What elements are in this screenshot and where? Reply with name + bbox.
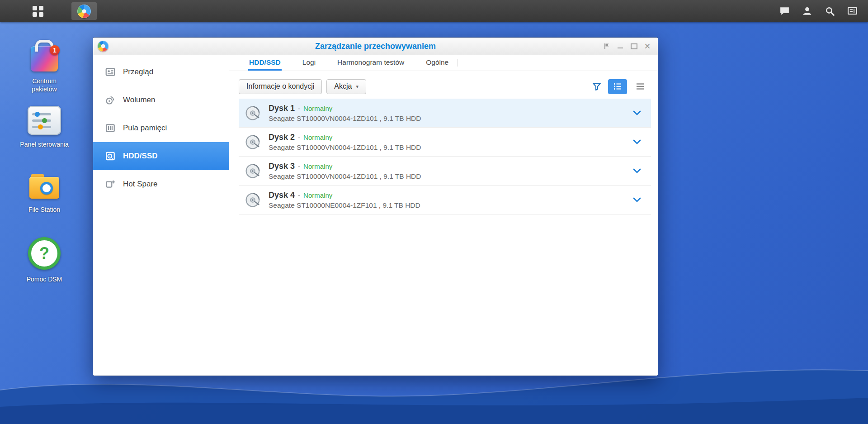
disk-list: Dysk 1 - Normalny Seagate ST10000VN0004-…	[239, 99, 651, 214]
desktop: 1 Centrum pakietów Panel sterowania File…	[0, 0, 868, 424]
desktop-icon-label: File Station	[28, 205, 60, 214]
disk-status: Normalny	[303, 191, 332, 199]
main-menu-button[interactable]	[25, 0, 51, 22]
tab-label: Harmonogram testów	[337, 58, 404, 67]
disk-status: Normalny	[303, 105, 332, 112]
chevron-down-icon[interactable]	[633, 197, 641, 203]
desktop-icon-package-center[interactable]: 1 Centrum pakietów	[10, 39, 78, 93]
disk-details: Seagate ST10000VN0004-1ZD101 , 9.1 TB HD…	[269, 172, 421, 181]
compact-list-icon	[635, 81, 645, 91]
disk-icon	[243, 132, 263, 152]
disk-details: Seagate ST10000NE0004-1ZF101 , 9.1 TB HD…	[269, 201, 420, 210]
tab-label: HDD/SSD	[249, 58, 281, 67]
hdd-icon	[105, 151, 116, 162]
taskbar-right	[773, 0, 868, 22]
disk-icon	[243, 190, 263, 210]
volume-icon	[105, 95, 116, 105]
desktop-icon-control-panel[interactable]: Panel sterowania	[10, 106, 78, 148]
desktop-icon-label: Pomoc DSM	[27, 275, 62, 283]
control-panel-icon	[28, 106, 61, 135]
filter-button[interactable]	[589, 79, 604, 94]
storage-manager-icon	[98, 41, 108, 52]
pin-icon[interactable]	[601, 40, 613, 52]
disk-status-separator: -	[298, 162, 300, 170]
disk-row-1[interactable]: Dysk 1 - Normalny Seagate ST10000VN0004-…	[239, 99, 651, 128]
disk-row-2[interactable]: Dysk 2 - Normalny Seagate ST10000VN0004-…	[239, 128, 651, 157]
overview-icon	[105, 67, 116, 77]
user-menu-button[interactable]	[796, 0, 818, 22]
disk-status: Normalny	[303, 133, 332, 141]
tab-bar: HDD/SSD Logi Harmonogram testów Ogólne	[229, 55, 658, 71]
disk-status-separator: -	[298, 105, 300, 112]
widgets-icon	[847, 5, 858, 17]
chevron-down-icon[interactable]	[633, 168, 641, 174]
window-title: Zarządzanie przechowywaniem	[93, 42, 658, 51]
tab-logi[interactable]: Logi	[302, 55, 316, 71]
disk-name: Dysk 3	[269, 162, 295, 171]
sidebar-item-hdd-ssd[interactable]: HDD/SSD	[93, 142, 229, 170]
health-info-button[interactable]: Informacje o kondycji	[239, 79, 322, 94]
search-button[interactable]	[818, 0, 841, 22]
sidebar-item-label: Hot Spare	[123, 180, 158, 189]
notifications-button[interactable]	[773, 0, 796, 22]
magnifier-lens-icon	[40, 182, 53, 195]
action-dropdown-button[interactable]: Akcja ▾	[326, 79, 366, 94]
sidebar-item-label: HDD/SSD	[123, 152, 158, 161]
minimize-button[interactable]	[614, 40, 626, 52]
minimize-icon	[618, 48, 623, 48]
filter-icon	[592, 81, 602, 91]
storage-manager-window: Zarządzanie przechowywaniem ×	[93, 38, 658, 376]
package-center-icon: 1	[28, 39, 61, 71]
window-content: HDD/SSD Logi Harmonogram testów Ogólne I…	[229, 55, 658, 376]
maximize-button[interactable]	[628, 40, 640, 52]
disk-name: Dysk 2	[269, 133, 295, 142]
tab-separator	[458, 59, 458, 67]
window-sidebar: Przegląd Wolumen	[93, 55, 229, 376]
tab-hdd-ssd[interactable]: HDD/SSD	[248, 55, 282, 71]
caret-down-icon: ▾	[356, 84, 359, 90]
tab-harmonogram-testow[interactable]: Harmonogram testów	[336, 55, 405, 71]
sidebar-item-przeglad[interactable]: Przegląd	[93, 58, 229, 86]
disk-details: Seagate ST10000VN0004-1ZD101 , 9.1 TB HD…	[269, 143, 421, 152]
hot-spare-icon	[105, 179, 116, 190]
sidebar-item-wolumen[interactable]: Wolumen	[93, 86, 229, 114]
storage-manager-icon	[77, 5, 91, 18]
disk-status-separator: -	[298, 191, 300, 199]
sidebar-item-pula-pamieci[interactable]: Pula pamięci	[93, 114, 229, 142]
main-menu-icon	[33, 6, 43, 17]
question-mark-glyph: ?	[39, 245, 49, 262]
sidebar-item-label: Przegląd	[123, 67, 153, 76]
window-titlebar[interactable]: Zarządzanie przechowywaniem ×	[93, 38, 658, 55]
toolbar: Informacje o kondycji Akcja ▾	[229, 71, 658, 94]
compact-view-button[interactable]	[631, 79, 650, 94]
sidebar-item-hot-spare[interactable]: Hot Spare	[93, 170, 229, 198]
disk-row-4[interactable]: Dysk 4 - Normalny Seagate ST10000NE0004-…	[239, 186, 651, 214]
sidebar-item-label: Pula pamięci	[123, 124, 167, 133]
desktop-icon-dsm-help[interactable]: ? Pomoc DSM	[10, 237, 78, 283]
close-button[interactable]: ×	[642, 40, 653, 52]
maximize-icon	[631, 43, 637, 49]
disk-status-separator: -	[298, 133, 300, 141]
search-icon	[824, 5, 835, 17]
notification-badge: 1	[50, 45, 60, 55]
tab-ogolne[interactable]: Ogólne	[425, 55, 449, 71]
dsm-help-icon: ?	[28, 237, 61, 270]
taskbar-app-storage-manager[interactable]	[71, 2, 97, 20]
desktop-icon-label: Panel sterowania	[20, 140, 68, 148]
tab-label: Ogólne	[426, 58, 448, 67]
detail-list-icon	[613, 81, 623, 91]
action-label: Akcja	[334, 82, 352, 91]
widgets-button[interactable]	[841, 0, 863, 22]
chevron-down-icon[interactable]	[633, 139, 641, 145]
chevron-down-icon[interactable]	[633, 110, 641, 116]
file-station-icon	[29, 174, 59, 200]
desktop-icon-file-station[interactable]: File Station	[10, 172, 78, 214]
disk-name: Dysk 4	[269, 191, 295, 200]
chat-icon	[779, 5, 790, 17]
storage-pool-icon	[105, 123, 116, 133]
detail-view-button[interactable]	[608, 79, 627, 94]
window-controls: ×	[601, 40, 653, 52]
disk-row-3[interactable]: Dysk 3 - Normalny Seagate ST10000VN0004-…	[239, 157, 651, 186]
taskbar	[0, 0, 868, 22]
sidebar-item-label: Wolumen	[123, 95, 156, 105]
